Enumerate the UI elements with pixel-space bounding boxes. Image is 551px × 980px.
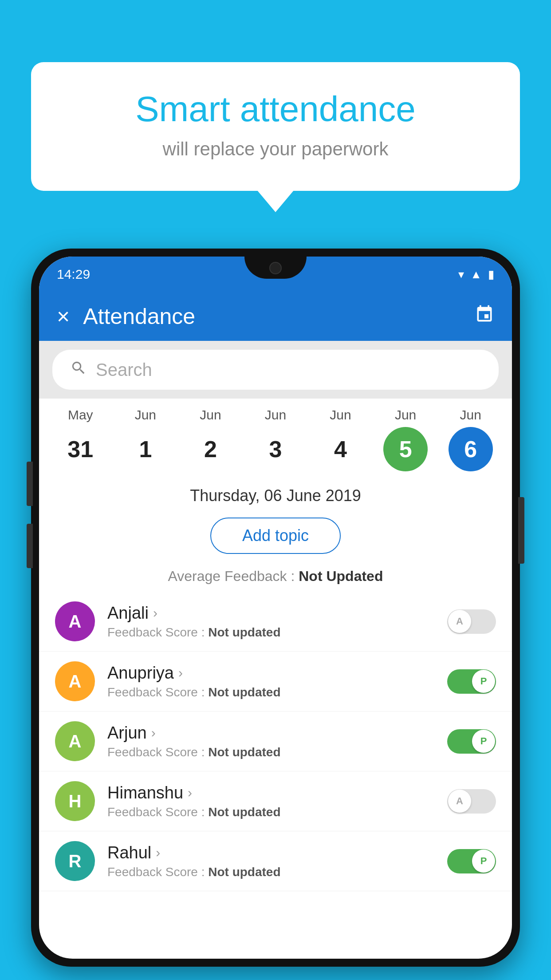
chevron-right-icon: ›: [178, 665, 183, 680]
search-container: Search: [39, 341, 512, 399]
student-avatar: A: [55, 601, 95, 641]
student-feedback: Feedback Score : Not updated: [107, 865, 435, 879]
chevron-right-icon: ›: [151, 725, 156, 740]
toggle-off[interactable]: A: [447, 609, 496, 634]
toggle-off[interactable]: A: [447, 789, 496, 814]
phone-screen: 14:29 ▾ ▲ ▮ × Attendance: [39, 257, 512, 959]
calendar-day[interactable]: Jun2: [184, 407, 237, 471]
avg-feedback-value: Not Updated: [299, 568, 383, 584]
calendar-day[interactable]: May31: [54, 407, 107, 471]
calendar-day[interactable]: Jun5: [379, 407, 432, 471]
attendance-toggle[interactable]: A: [447, 789, 496, 814]
student-item[interactable]: AAnjali ›Feedback Score : Not updatedA: [39, 592, 512, 652]
student-info: Arjun ›Feedback Score : Not updated: [107, 723, 435, 759]
attendance-toggle[interactable]: A: [447, 609, 496, 634]
attendance-toggle[interactable]: P: [447, 669, 496, 694]
calendar-day-number[interactable]: 2: [188, 427, 232, 471]
chevron-right-icon: ›: [156, 845, 160, 860]
calendar-day-number[interactable]: 4: [319, 427, 363, 471]
calendar-day[interactable]: Jun6: [444, 407, 497, 471]
calendar-row: May31Jun1Jun2Jun3Jun4Jun5Jun6: [39, 399, 512, 476]
student-item[interactable]: AArjun ›Feedback Score : Not updatedP: [39, 711, 512, 771]
calendar-month-label: Jun: [265, 407, 286, 423]
student-name: Rahul ›: [107, 843, 435, 862]
student-list: AAnjali ›Feedback Score : Not updatedAAA…: [39, 592, 512, 891]
student-feedback: Feedback Score : Not updated: [107, 685, 435, 699]
front-camera: [269, 262, 282, 274]
attendance-toggle[interactable]: P: [447, 849, 496, 873]
student-info: Himanshu ›Feedback Score : Not updated: [107, 783, 435, 819]
calendar-day-number[interactable]: 1: [123, 427, 168, 471]
student-info: Rahul ›Feedback Score : Not updated: [107, 843, 435, 879]
toggle-on[interactable]: P: [447, 729, 496, 754]
status-icons: ▾ ▲ ▮: [458, 268, 494, 281]
calendar-month-label: Jun: [460, 407, 481, 423]
student-name: Himanshu ›: [107, 783, 435, 802]
student-item[interactable]: RRahul ›Feedback Score : Not updatedP: [39, 831, 512, 891]
calendar-icon[interactable]: [475, 304, 494, 328]
student-feedback: Feedback Score : Not updated: [107, 625, 435, 640]
phone-frame: 14:29 ▾ ▲ ▮ × Attendance: [31, 249, 520, 967]
student-avatar: A: [55, 721, 95, 761]
avg-feedback: Average Feedback : Not Updated: [39, 561, 512, 592]
toggle-knob: P: [472, 730, 495, 753]
app-header: × Attendance: [39, 292, 512, 341]
calendar-month-label: Jun: [395, 407, 416, 423]
calendar-month-label: May: [68, 407, 93, 423]
calendar-day-number[interactable]: 6: [449, 427, 493, 471]
speech-bubble-title: Smart attendance: [67, 89, 484, 130]
student-name: Anjali ›: [107, 604, 435, 623]
student-avatar: A: [55, 661, 95, 701]
toggle-knob: P: [472, 850, 495, 873]
close-button[interactable]: ×: [57, 305, 70, 328]
calendar-month-label: Jun: [135, 407, 156, 423]
search-icon: [70, 360, 87, 380]
student-name: Arjun ›: [107, 723, 435, 743]
battery-icon: ▮: [488, 268, 494, 281]
signal-icon: ▲: [470, 268, 482, 281]
header-title: Attendance: [83, 304, 475, 329]
student-avatar: R: [55, 841, 95, 881]
attendance-toggle[interactable]: P: [447, 729, 496, 754]
avg-feedback-label: Average Feedback :: [168, 568, 295, 584]
toggle-knob: A: [448, 610, 471, 633]
toggle-knob: P: [472, 670, 495, 693]
student-info: Anjali ›Feedback Score : Not updated: [107, 604, 435, 640]
calendar-day[interactable]: Jun4: [314, 407, 367, 471]
speech-bubble-subtitle: will replace your paperwork: [67, 138, 484, 160]
status-time: 14:29: [57, 267, 90, 282]
toggle-on[interactable]: P: [447, 669, 496, 694]
student-feedback: Feedback Score : Not updated: [107, 805, 435, 819]
student-feedback: Feedback Score : Not updated: [107, 745, 435, 759]
student-item[interactable]: HHimanshu ›Feedback Score : Not updatedA: [39, 771, 512, 831]
volume-up-button: [27, 462, 33, 506]
wifi-icon: ▾: [458, 268, 464, 281]
student-name: Anupriya ›: [107, 664, 435, 683]
toggle-knob: A: [448, 790, 471, 813]
student-info: Anupriya ›Feedback Score : Not updated: [107, 664, 435, 699]
add-topic-button[interactable]: Add topic: [210, 518, 341, 554]
chevron-right-icon: ›: [153, 605, 157, 620]
calendar-day-number[interactable]: 3: [253, 427, 298, 471]
chevron-right-icon: ›: [188, 785, 192, 800]
speech-bubble-container: Smart attendance will replace your paper…: [31, 62, 520, 191]
volume-down-button: [27, 524, 33, 568]
add-topic-container: Add topic: [39, 510, 512, 561]
student-avatar: H: [55, 781, 95, 821]
calendar-day-number[interactable]: 5: [383, 427, 428, 471]
calendar-day-number[interactable]: 31: [58, 427, 102, 471]
toggle-on[interactable]: P: [447, 849, 496, 873]
calendar-month-label: Jun: [330, 407, 351, 423]
student-item[interactable]: AAnupriya ›Feedback Score : Not updatedP: [39, 652, 512, 711]
search-input[interactable]: Search: [96, 360, 152, 380]
calendar-month-label: Jun: [200, 407, 221, 423]
power-button: [518, 497, 524, 564]
date-display: Thursday, 06 June 2019: [39, 476, 512, 510]
calendar-day[interactable]: Jun1: [119, 407, 172, 471]
speech-bubble: Smart attendance will replace your paper…: [31, 62, 520, 191]
search-bar[interactable]: Search: [52, 350, 499, 390]
calendar-day[interactable]: Jun3: [249, 407, 302, 471]
